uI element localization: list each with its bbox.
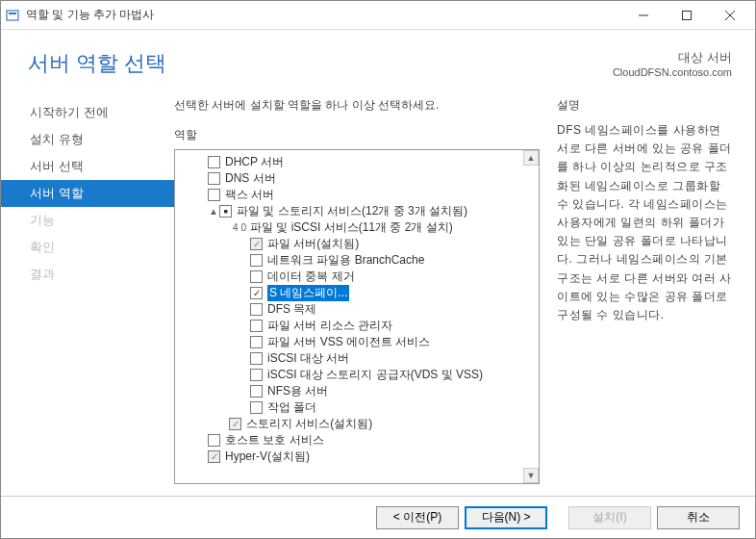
checkbox[interactable]	[250, 385, 263, 398]
scroll-down-button[interactable]: ▼	[523, 468, 539, 483]
checkbox[interactable]	[208, 450, 220, 463]
tree-row-8[interactable]: S 네임스페이...	[177, 285, 537, 301]
minimize-button[interactable]	[621, 2, 665, 29]
app-icon	[5, 8, 20, 23]
install-button: 설치(I)	[568, 506, 651, 529]
tree-row-15[interactable]: 작업 폴더	[177, 399, 537, 416]
tree-item-label: 파일 및 스토리지 서비스(12개 중 3개 설치됨)	[237, 203, 467, 219]
target-info: 대상 서버 CloudDFSN.contoso.com	[613, 49, 732, 78]
tree-row-4[interactable]: 4 0파일 및 iSCSI 서비스(11개 중 2개 설치)	[177, 219, 537, 236]
checkbox[interactable]	[250, 369, 263, 381]
svg-rect-0	[7, 11, 18, 20]
checkbox[interactable]	[250, 303, 263, 316]
tree-item-label: S 네임스페이...	[267, 285, 349, 301]
sidebar: 시작하기 전에설치 유형서버 선택서버 역할기능확인결과	[1, 91, 174, 484]
checkbox[interactable]	[250, 401, 263, 414]
scroll-up-button[interactable]: ▲	[523, 150, 539, 166]
checkbox[interactable]	[208, 434, 220, 447]
tree-toggle-icon[interactable]: 4 0	[229, 222, 250, 233]
sidebar-item-4[interactable]: 기능	[1, 207, 174, 234]
tree-row-14[interactable]: NFS용 서버	[177, 383, 537, 399]
tree-row-16[interactable]: 스토리지 서비스(설치됨)	[177, 416, 537, 432]
tree-item-label: DFS 목제	[267, 301, 316, 318]
description-text: DFS 네임스페이스를 사용하면 서로 다른 서버에 있는 공유 폴더를 하나 …	[557, 121, 732, 324]
tree-item-label: 팩스 서버	[225, 187, 274, 203]
tree-item-label: 호스트 보호 서비스	[225, 432, 324, 449]
wizard-window: 역할 및 기능 추가 마법사 서버 역할 선택 대상 서버 CloudDFSN.…	[0, 0, 756, 539]
tree-row-5[interactable]: 파일 서버(설치됨)	[177, 236, 537, 252]
checkbox[interactable]	[250, 336, 263, 348]
tree-row-9[interactable]: DFS 목제	[177, 301, 537, 318]
tree-row-7[interactable]: 데이터 중복 제거	[177, 269, 537, 285]
page-title: 서버 역할 선택	[28, 49, 166, 78]
tree-item-label: NFS용 서버	[267, 383, 328, 399]
checkbox[interactable]	[219, 205, 232, 218]
roles-tree[interactable]: ▲ ▼ DHCP 서버DNS 서버팩스 서버▲파일 및 스토리지 서비스(12개…	[174, 149, 540, 484]
checkbox[interactable]	[250, 352, 263, 365]
footer: < 이전(P) 다음(N) > 설치(I) 취소	[1, 496, 755, 538]
sidebar-item-5[interactable]: 확인	[1, 234, 174, 261]
sidebar-item-1[interactable]: 설치 유형	[1, 126, 174, 153]
description-panel: 설명 DFS 네임스페이스를 사용하면 서로 다른 서버에 있는 공유 폴더를 …	[540, 91, 732, 484]
maximize-button[interactable]	[665, 2, 708, 29]
titlebar: 역할 및 기능 추가 마법사	[1, 1, 755, 30]
center-panel: 선택한 서버에 설치할 역할을 하나 이상 선택하세요. 역할 ▲ ▼ DHCP…	[174, 91, 540, 484]
cancel-button[interactable]: 취소	[657, 506, 740, 529]
tree-item-label: DNS 서버	[225, 170, 276, 187]
tree-row-13[interactable]: iSCSI 대상 스토리지 공급자(VDS 및 VSS)	[177, 367, 537, 383]
close-button[interactable]	[708, 2, 751, 29]
checkbox[interactable]	[250, 254, 263, 267]
checkbox[interactable]	[250, 320, 263, 332]
tree-row-3[interactable]: ▲파일 및 스토리지 서비스(12개 중 3개 설치됨)	[177, 203, 537, 219]
tree-row-17[interactable]: 호스트 보호 서비스	[177, 432, 537, 449]
tree-row-0[interactable]: DHCP 서버	[177, 154, 537, 170]
checkbox[interactable]	[250, 238, 263, 250]
tree-item-label: 작업 폴더	[267, 399, 316, 416]
tree-item-label: iSCSI 대상 서버	[267, 350, 349, 367]
tree-item-label: 데이터 중복 제거	[267, 269, 355, 285]
tree-row-11[interactable]: 파일 서버 VSS 에이전트 서비스	[177, 334, 537, 350]
sidebar-item-2[interactable]: 서버 선택	[1, 153, 174, 180]
tree-row-10[interactable]: 파일 서버 리소스 관리자	[177, 318, 537, 334]
checkbox[interactable]	[208, 189, 220, 201]
instruction-text: 선택한 서버에 설치할 역할을 하나 이상 선택하세요.	[174, 97, 540, 114]
tree-toggle-icon[interactable]: ▲	[208, 206, 219, 217]
tree-item-label: 파일 서버(설치됨)	[267, 236, 359, 252]
tree-item-label: 네트워크 파일용 BranchCache	[267, 252, 424, 269]
target-server: CloudDFSN.contoso.com	[613, 66, 732, 78]
header: 서버 역할 선택 대상 서버 CloudDFSN.contoso.com	[1, 30, 755, 91]
checkbox[interactable]	[208, 172, 220, 185]
target-label: 대상 서버	[613, 49, 732, 66]
checkbox[interactable]	[208, 156, 220, 168]
checkbox[interactable]	[250, 270, 263, 283]
tree-item-label: DHCP 서버	[225, 154, 284, 170]
tree-item-label: 파일 서버 리소스 관리자	[267, 318, 392, 334]
tree-row-2[interactable]: 팩스 서버	[177, 187, 537, 203]
tree-row-18[interactable]: Hyper-V(설치됨)	[177, 449, 537, 465]
sidebar-item-6[interactable]: 결과	[1, 261, 174, 288]
tree-row-1[interactable]: DNS 서버	[177, 170, 537, 187]
checkbox[interactable]	[229, 418, 241, 430]
previous-button[interactable]: < 이전(P)	[376, 506, 459, 529]
description-title: 설명	[557, 97, 732, 114]
next-button[interactable]: 다음(N) >	[465, 506, 547, 529]
window-title: 역할 및 기능 추가 마법사	[26, 7, 621, 23]
main-area: 시작하기 전에설치 유형서버 선택서버 역할기능확인결과 선택한 서버에 설치할…	[1, 91, 755, 496]
tree-row-12[interactable]: iSCSI 대상 서버	[177, 350, 537, 367]
tree-row-6[interactable]: 네트워크 파일용 BranchCache	[177, 252, 537, 269]
checkbox[interactable]	[250, 287, 263, 299]
sidebar-item-3[interactable]: 서버 역할	[1, 180, 174, 207]
tree-item-label: 스토리지 서비스(설치됨)	[246, 416, 372, 432]
tree-item-label: Hyper-V(설치됨)	[225, 449, 310, 465]
svg-rect-1	[9, 13, 16, 14]
content-area: 서버 역할 선택 대상 서버 CloudDFSN.contoso.com 시작하…	[1, 30, 755, 538]
svg-rect-3	[682, 11, 691, 19]
tree-item-label: iSCSI 대상 스토리지 공급자(VDS 및 VSS)	[267, 367, 483, 383]
sidebar-item-0[interactable]: 시작하기 전에	[1, 99, 174, 126]
tree-item-label: 파일 및 iSCSI 서비스(11개 중 2개 설치)	[250, 219, 453, 236]
tree-item-label: 파일 서버 VSS 에이전트 서비스	[267, 334, 430, 350]
roles-label: 역할	[174, 127, 540, 143]
